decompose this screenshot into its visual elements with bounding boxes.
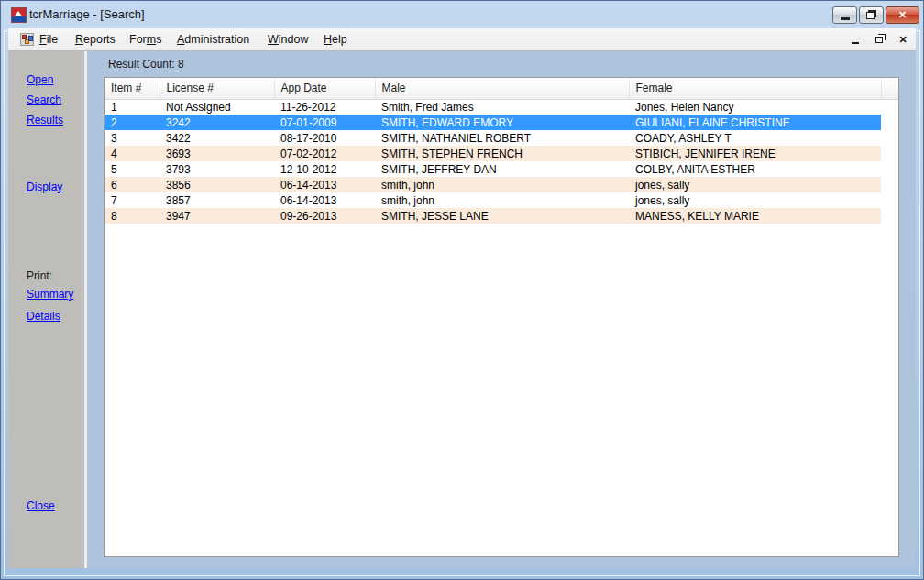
column-header-license[interactable]: License #	[160, 78, 274, 99]
result-count-label: Result Count: 8	[108, 58, 184, 71]
cell-license: 3856	[160, 177, 274, 192]
cell-license: 3242	[160, 115, 274, 130]
restore-icon	[866, 12, 874, 19]
column-header-male[interactable]: Male	[375, 78, 629, 99]
cell-filler	[881, 146, 898, 161]
cell-male: SMITH, EDWARD EMORY	[375, 115, 629, 130]
cell-filler	[881, 192, 898, 208]
table-row[interactable]: 6385606-14-2013smith, johnjones, sally	[104, 177, 898, 192]
cell-filler	[881, 208, 898, 224]
results-grid: Item # License # App Date Male Female 1N…	[104, 77, 899, 557]
cell-male: SMITH, STEPHEN FRENCH	[375, 146, 629, 161]
cell-app-date: 11-26-2012	[274, 99, 375, 115]
cell-male: smith, john	[375, 192, 629, 208]
sidebar-link-open[interactable]: Open	[27, 73, 53, 86]
table-row[interactable]: 4369307-02-2012SMITH, STEPHEN FRENCHSTIB…	[104, 146, 898, 161]
cell-male: SMITH, JESSE LANE	[375, 208, 629, 224]
sidebar-link-search[interactable]: Search	[27, 93, 61, 106]
cell-app-date: 09-26-2013	[274, 208, 375, 224]
cell-female: Jones, Helen Nancy	[629, 99, 881, 115]
window-title: tcrMarriage - [Search]	[29, 1, 145, 27]
cell-app-date: 06-14-2013	[274, 177, 375, 192]
menu-item-reports[interactable]: Reports	[68, 28, 123, 50]
cell-item: 4	[104, 146, 160, 161]
column-header-app-date[interactable]: App Date	[274, 78, 375, 99]
app-icon	[11, 7, 27, 23]
cell-item: 8	[104, 208, 160, 224]
mdi-minimize-button[interactable]	[848, 33, 863, 47]
cell-female: jones, sally	[629, 192, 881, 208]
close-icon: ✕	[898, 10, 907, 20]
table-header-row: Item # License # App Date Male Female	[104, 78, 898, 99]
cell-male: SMITH, NATHANIEL ROBERT	[375, 130, 629, 146]
sidebar-link-close[interactable]: Close	[27, 499, 55, 512]
table-row[interactable]: 7385706-14-2013smith, johnjones, sally	[104, 192, 898, 208]
close-button[interactable]: ✕	[886, 6, 919, 24]
minimize-icon	[841, 17, 850, 20]
cell-app-date: 06-14-2013	[274, 192, 375, 208]
cell-license: 3693	[160, 146, 274, 161]
cell-female: MANESS, KELLY MARIE	[629, 208, 881, 224]
sidebar-link-details[interactable]: Details	[27, 310, 60, 323]
menu-item-help[interactable]: Help	[316, 28, 355, 50]
sidebar-link-results[interactable]: Results	[27, 114, 63, 126]
table-row[interactable]: 8394709-26-2013SMITH, JESSE LANEMANESS, …	[104, 208, 898, 224]
minimize-button[interactable]	[832, 6, 857, 24]
column-header-item[interactable]: Item #	[104, 78, 160, 99]
cell-app-date: 08-17-2010	[274, 130, 375, 146]
cell-item: 5	[104, 161, 160, 177]
restore-button[interactable]	[859, 6, 884, 24]
cell-license: 3947	[160, 208, 274, 224]
title-bar[interactable]: tcrMarriage - [Search] ✕	[1, 1, 923, 28]
cell-app-date: 07-01-2009	[274, 115, 375, 130]
sidebar-print-label: Print:	[27, 269, 52, 282]
table-row[interactable]: 3342208-17-2010SMITH, NATHANIEL ROBERTCO…	[104, 130, 898, 146]
cell-license: 3793	[160, 161, 274, 177]
cell-item: 6	[104, 177, 160, 192]
cell-license: 3857	[160, 192, 274, 208]
column-header-female[interactable]: Female	[629, 78, 881, 99]
app-icon-wave	[12, 16, 26, 22]
cell-male: Smith, Fred James	[375, 99, 629, 115]
window-controls: ✕	[832, 6, 919, 24]
mdi-minimize-icon	[852, 42, 859, 44]
content-area: Open Search Results Display Print: Summa…	[8, 51, 916, 568]
cell-license: 3422	[160, 130, 274, 146]
menu-item-window[interactable]: Window	[260, 28, 315, 50]
table-row[interactable]: 1Not Assigned11-26-2012Smith, Fred James…	[104, 99, 898, 115]
mdi-close-icon: ✕	[898, 34, 907, 46]
mdi-restore-button[interactable]	[872, 33, 886, 47]
cell-item: 7	[104, 192, 160, 208]
table-row[interactable]: 2324207-01-2009SMITH, EDWARD EMORYGIULIA…	[104, 115, 898, 130]
cell-item: 1	[104, 99, 160, 115]
cell-female: COADY, ASHLEY T	[629, 130, 881, 146]
mdi-close-button[interactable]: ✕	[896, 33, 910, 47]
table-row[interactable]: 5379312-10-2012SMITH, JEFFREY DANCOLBY, …	[104, 161, 898, 177]
cell-female: GIULIANI, ELAINE CHRISTINE	[629, 115, 881, 130]
sidebar: Open Search Results Display Print: Summa…	[8, 51, 84, 568]
menu-item-file[interactable]: File	[32, 28, 65, 50]
cell-female: jones, sally	[629, 177, 881, 192]
cell-item: 3	[104, 130, 160, 146]
cell-item: 2	[104, 115, 160, 130]
main-area: Result Count: 8 Item # License # App Dat…	[87, 51, 916, 568]
cell-filler	[881, 177, 898, 192]
cell-license: Not Assigned	[160, 99, 274, 115]
menu-item-forms[interactable]: Forms	[122, 28, 169, 50]
results-table: Item # License # App Date Male Female 1N…	[104, 78, 898, 224]
cell-filler	[881, 130, 898, 146]
menu-item-administration[interactable]: Administration	[170, 28, 257, 50]
cell-female: STIBICH, JENNIFER IRENE	[629, 146, 881, 161]
menu-bar: File Reports Forms Administration Window…	[8, 28, 916, 51]
cell-male: smith, john	[375, 177, 629, 192]
mdi-restore-icon	[875, 37, 883, 43]
mdi-window-controls: ✕	[848, 28, 910, 50]
cell-app-date: 12-10-2012	[274, 161, 375, 177]
cell-app-date: 07-02-2012	[274, 146, 375, 161]
app-window: tcrMarriage - [Search] ✕ File Reports Fo…	[0, 0, 924, 580]
cell-male: SMITH, JEFFREY DAN	[375, 161, 629, 177]
sidebar-link-display[interactable]: Display	[27, 181, 62, 193]
sidebar-link-summary[interactable]: Summary	[27, 288, 73, 301]
cell-female: COLBY, ANITA ESTHER	[629, 161, 881, 177]
cell-filler	[881, 115, 898, 130]
